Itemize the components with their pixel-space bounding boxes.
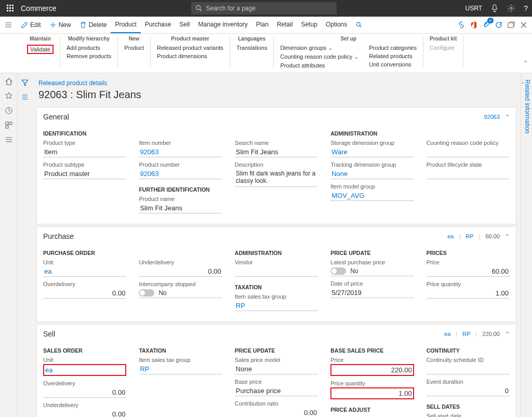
reason-policy-field[interactable] <box>427 147 510 157</box>
help-icon[interactable]: ? <box>524 4 528 12</box>
tab-options[interactable]: Options <box>322 17 351 33</box>
item-number-field[interactable]: 92063 <box>139 147 222 157</box>
description-field[interactable]: Slim fit dark wash jeans for a classy lo… <box>235 169 318 187</box>
continuity-sched-field[interactable] <box>427 364 510 374</box>
svg-rect-7 <box>9 10 11 11</box>
breadcrumb[interactable]: Released product details <box>34 73 518 89</box>
sell-underdelivery-field[interactable]: 0.00 <box>43 409 126 417</box>
refresh-icon[interactable] <box>495 21 503 29</box>
sell-unit-field[interactable]: ea <box>43 364 126 376</box>
purchase-header[interactable]: Purchase ea| RP| 60.00 ⌃ <box>37 227 516 246</box>
identification-group: IDENTIFICATION <box>43 130 126 137</box>
ribbon-group-modify: Modify hierarchy <box>66 36 111 42</box>
app-title: Commerce <box>21 4 56 12</box>
gear-icon[interactable] <box>507 4 515 12</box>
sell-header[interactable]: Sell ea| RP| 220.00 ⌃ <box>37 325 516 343</box>
lifecycle-field[interactable] <box>427 169 510 179</box>
home-icon[interactable] <box>5 77 13 86</box>
search-name-field[interactable]: Slim Fit Jeans <box>235 147 318 157</box>
tab-manage-inventory[interactable]: Manage inventory <box>194 17 251 33</box>
translations-button[interactable]: Translations <box>236 45 268 51</box>
tab-setup[interactable]: Setup <box>297 17 322 33</box>
popup-icon[interactable] <box>507 21 515 29</box>
base-price-field[interactable]: Purchase price <box>235 386 318 396</box>
tab-sell[interactable]: Sell <box>175 17 194 33</box>
released-variants-button[interactable]: Released product variants <box>157 45 223 51</box>
tab-product[interactable]: Product <box>111 17 140 33</box>
sell-price-field[interactable]: 220.00 <box>330 364 414 376</box>
ribbon-group-maintain: Maintain <box>27 36 54 42</box>
item-model-field[interactable]: MOV_AVG <box>330 191 414 201</box>
office-icon[interactable] <box>470 21 478 29</box>
collapse-ribbon-icon[interactable]: ⌃ <box>523 60 528 66</box>
product-name-field[interactable]: Slim Fit Jeans <box>139 203 222 213</box>
product-type-field[interactable]: Item <box>43 147 126 157</box>
product-dimensions-button[interactable]: Product dimensions <box>157 53 223 59</box>
purchase-card: Purchase ea| RP| 60.00 ⌃ PURCHASE ORDER … <box>36 226 516 322</box>
sales-price-model-field[interactable]: None <box>235 364 318 374</box>
close-icon[interactable] <box>520 21 528 29</box>
related-info-rail[interactable]: ‹ Related information <box>521 73 532 417</box>
tab-retail[interactable]: Retail <box>273 17 297 33</box>
contribution-field[interactable]: 0.00 <box>235 408 318 417</box>
product-attributes-button[interactable]: Product attributes <box>280 62 358 69</box>
product-number-field[interactable]: 92063 <box>139 169 222 179</box>
star-icon[interactable] <box>5 92 13 100</box>
delete-button[interactable]: Delete <box>75 17 111 33</box>
sell-overdelivery-field[interactable]: 0.00 <box>43 387 126 398</box>
configure-button: Configure <box>430 45 457 51</box>
add-products-button[interactable]: Add products <box>66 45 111 51</box>
product-subtype-field[interactable]: Product master <box>43 169 126 179</box>
purchase-date-field[interactable]: 5/27/2019 <box>330 288 414 298</box>
clock-icon[interactable] <box>5 106 13 115</box>
ribbon-group-kit: Product kit <box>430 36 457 42</box>
counting-reason-button[interactable]: Counting reason code policy ⌄ <box>280 53 358 60</box>
event-duration-field[interactable]: 0 <box>427 386 510 396</box>
attachments-icon[interactable]: 0 <box>482 21 490 29</box>
workspaces-icon[interactable] <box>5 121 13 129</box>
related-products-button[interactable]: Related products <box>369 53 417 59</box>
app-launcher-icon[interactable] <box>4 2 17 15</box>
link-icon[interactable] <box>457 21 466 29</box>
global-search[interactable]: Search for a page <box>191 2 337 15</box>
menu-icon[interactable] <box>4 21 17 29</box>
purchase-qty-field[interactable]: 1.00 <box>427 288 510 299</box>
product-categories-button[interactable]: Product categories <box>369 45 417 51</box>
ribbon-group-master: Product master <box>157 36 223 42</box>
search-cmd-icon[interactable] <box>351 17 367 33</box>
tab-purchase[interactable]: Purchase <box>141 17 176 33</box>
user-label[interactable]: USRT <box>466 5 482 12</box>
sell-qty-field[interactable]: 1.00 <box>330 387 414 399</box>
svg-point-9 <box>196 6 201 10</box>
remove-products-button[interactable]: Remove products <box>66 53 111 59</box>
unit-conversions-button[interactable]: Unit conversions <box>369 61 417 68</box>
general-header[interactable]: General 92063⌃ <box>37 107 516 126</box>
bell-icon[interactable] <box>490 4 499 12</box>
search-placeholder: Search for a page <box>206 5 255 12</box>
purchase-underdelivery-field[interactable]: 0.00 <box>139 266 222 277</box>
list-icon[interactable] <box>21 93 29 101</box>
purchase-price-field[interactable]: 60.00 <box>427 266 510 277</box>
purchase-overdelivery-field[interactable]: 0.00 <box>43 288 126 299</box>
purchase-unit-field[interactable]: ea <box>43 266 126 277</box>
storage-dim-field[interactable]: Ware <box>330 147 414 157</box>
filter-icon[interactable] <box>21 78 29 87</box>
tracking-dim-field[interactable]: None <box>330 169 414 179</box>
ribbon-product-button[interactable]: Product <box>124 45 144 51</box>
dimension-groups-button[interactable]: Dimension groups ⌄ <box>280 45 358 51</box>
intercompany-toggle[interactable]: No <box>139 288 222 298</box>
further-id-group: FURTHER IDENTIFICATION <box>139 186 222 193</box>
sell-tax-field[interactable]: RP <box>139 364 222 374</box>
validate-button[interactable]: Validate <box>27 45 54 54</box>
tab-plan[interactable]: Plan <box>252 17 273 33</box>
edit-button[interactable]: Edit <box>17 17 45 33</box>
svg-rect-2 <box>12 5 14 6</box>
vendor-field[interactable] <box>235 266 318 277</box>
modules-icon[interactable] <box>5 136 13 144</box>
svg-point-11 <box>510 7 512 9</box>
latest-price-toggle[interactable]: No <box>330 266 414 276</box>
svg-line-13 <box>360 26 362 28</box>
new-button[interactable]: New <box>45 17 75 33</box>
purchase-tax-field[interactable]: RP <box>235 301 318 311</box>
svg-rect-17 <box>9 122 12 125</box>
